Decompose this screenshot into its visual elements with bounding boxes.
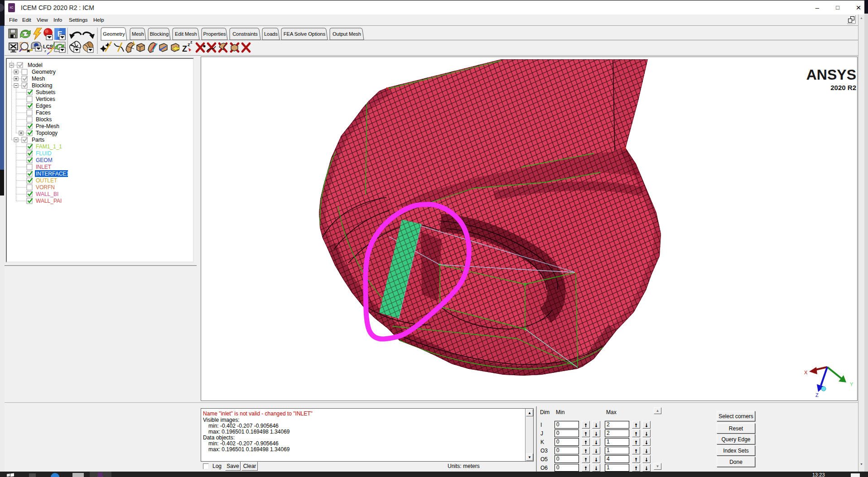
svg-text:ANSYS: ANSYS [806, 67, 856, 83]
svg-text:Edit Mesh: Edit Mesh [175, 31, 197, 37]
svg-text:X: X [804, 370, 808, 375]
svg-text:Parts: Parts [32, 137, 44, 143]
svg-text:Constraints: Constraints [232, 31, 258, 37]
svg-text:Geometry: Geometry [32, 69, 56, 75]
svg-text:Mesh: Mesh [32, 76, 45, 82]
svg-text:Subsets: Subsets [36, 89, 55, 95]
svg-text:Loads: Loads [264, 31, 278, 37]
svg-text:Blocking: Blocking [32, 82, 52, 89]
svg-text:INTERFACE1: INTERFACE1 [36, 171, 69, 177]
svg-text:Y: Y [850, 382, 854, 387]
svg-text:FLUID: FLUID [36, 150, 52, 157]
svg-text:Geometry: Geometry [103, 31, 125, 37]
svg-text:Blocks: Blocks [36, 116, 52, 123]
svg-text:Topology: Topology [36, 130, 58, 136]
svg-text:Z: Z [182, 44, 187, 53]
svg-text:INLET: INLET [36, 164, 52, 170]
svg-text:Properties: Properties [203, 31, 226, 37]
svg-text:Vertices: Vertices [36, 96, 55, 102]
svg-text:WALL_PAI: WALL_PAI [36, 198, 62, 204]
svg-text:2020 R2: 2020 R2 [830, 84, 856, 91]
svg-text:GEOM: GEOM [36, 157, 53, 163]
svg-text:Z: Z [815, 392, 819, 398]
svg-text:z: z [190, 40, 193, 44]
svg-text:Output Mesh: Output Mesh [333, 31, 361, 37]
svg-text:Mesh: Mesh [132, 31, 144, 37]
svg-text:VORFN: VORFN [36, 184, 55, 191]
svg-text:Faces: Faces [36, 110, 51, 116]
svg-text:FAM1_1_1: FAM1_1_1 [36, 143, 62, 150]
svg-text:Pre-Mesh: Pre-Mesh [36, 123, 59, 129]
svg-text:OUTLET: OUTLET [36, 177, 58, 184]
svg-text:Edges: Edges [36, 103, 51, 109]
svg-text:WALL_BI: WALL_BI [36, 191, 58, 197]
svg-text:z: z [44, 49, 46, 53]
svg-text:Blocking: Blocking [150, 31, 169, 37]
svg-text:FEA Solve Options: FEA Solve Options [284, 31, 326, 37]
svg-text:Model: Model [28, 62, 43, 68]
